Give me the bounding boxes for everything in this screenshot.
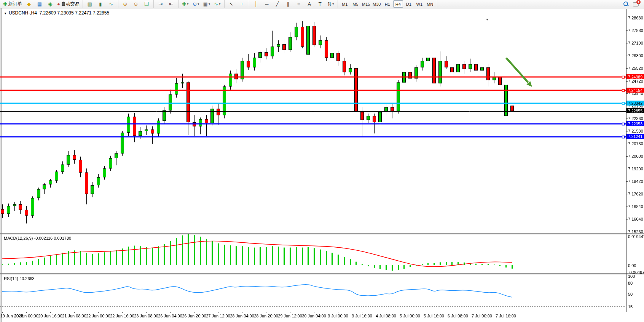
horizontal-line-button[interactable]: ─: [262, 0, 272, 8]
toolbar-group: ✚新订单◆▦◉●自动交易: [0, 0, 83, 8]
timeframe-d1[interactable]: D1: [404, 0, 414, 8]
timeframe-m5[interactable]: M5: [351, 0, 360, 8]
channel-button[interactable]: ∥: [283, 0, 293, 8]
chevron-down-icon[interactable]: ▾: [198, 2, 199, 6]
trendline-button[interactable]: ╱: [273, 0, 282, 8]
tile-windows-button[interactable]: ❒: [142, 0, 151, 8]
price-axis-label: 7.27880: [628, 28, 643, 33]
chart-shift-icon: ⇤: [169, 1, 173, 8]
time-axis-label: 22 Jun 16:00: [109, 314, 135, 318]
price-tag-7-23342: 7.23342: [626, 101, 644, 106]
toolbar-group: │─╱∥≡AT⇅▾: [249, 0, 338, 8]
community-icon: ▦: [37, 1, 42, 8]
new-order-button[interactable]: ✚新订单: [2, 0, 23, 8]
price-axis-label: 7.28680: [628, 16, 643, 20]
toolbar-group: ✚▾⊙▾▣▾∿▾: [179, 0, 225, 8]
price-axis-label: 7.19200: [628, 167, 643, 171]
price-axis-tick: [626, 144, 628, 144]
fibonacci-button[interactable]: ≡: [294, 0, 304, 8]
pane-separator[interactable]: [0, 233, 644, 234]
pane-separator[interactable]: [0, 274, 644, 274]
price-axis-label: 7.26300: [628, 53, 643, 58]
time-axis-tick: [146, 312, 147, 313]
chevron-down-icon[interactable]: ▾: [209, 2, 210, 6]
chevron-down-icon[interactable]: ▾: [219, 2, 220, 6]
time-axis-tick: [218, 312, 218, 313]
label-button[interactable]: T: [315, 0, 325, 8]
time-axis-tick: [98, 312, 99, 313]
macd-values: -0.002116 0.001780: [34, 236, 71, 240]
pane-separator[interactable]: [0, 234, 644, 234]
arrows-button[interactable]: ⇅▾: [326, 0, 336, 8]
time-axis-tick: [458, 312, 458, 313]
price-tag-7-22855: 7.22855: [626, 108, 644, 113]
time-axis-tick: [362, 312, 362, 313]
price-axis-tick: [626, 131, 628, 131]
time-axis-label: 7 Jul 16:00: [493, 314, 519, 318]
price-axis-tick: [626, 93, 628, 94]
zoom-out-button[interactable]: ⊖: [131, 0, 141, 8]
crosshair-button[interactable]: +: [237, 0, 247, 8]
timeframe-group: M1M5M15M30H1H4D1W1MN: [338, 0, 437, 8]
chart-candles-button[interactable]: ▮: [96, 0, 105, 8]
time-axis-tick: [242, 312, 242, 313]
price-axis-tick: [626, 43, 628, 43]
price-axis-label: 7.24720: [628, 79, 643, 83]
time-axis-tick: [2, 312, 3, 313]
price-axis-label: 7.18420: [628, 179, 643, 184]
chevron-down-icon[interactable]: ▾: [332, 2, 334, 6]
time-axis-label: 3 Jul 16:00: [349, 314, 375, 318]
chart-shift-marker-icon[interactable]: ▼: [486, 18, 489, 21]
templates-button[interactable]: ▣▾: [202, 0, 212, 8]
chart-template-button[interactable]: ∿▾: [212, 0, 222, 8]
time-axis-tick: [338, 312, 338, 313]
time-axis-tick: [122, 312, 123, 313]
crosshair-icon: +: [241, 1, 244, 8]
notifications-icon[interactable]: 1: [633, 2, 639, 6]
text-button[interactable]: A: [304, 0, 314, 8]
chevron-down-icon[interactable]: ▾: [187, 2, 188, 6]
timeframe-h1[interactable]: H1: [383, 0, 392, 8]
time-axis-tick: [386, 312, 386, 313]
macd-chart-canvas[interactable]: [0, 234, 626, 273]
periods-button[interactable]: ⊙▾: [191, 0, 201, 8]
trading-terminal: ✚新订单◆▦◉●自动交易▥▮∿⊕⊖❒⇥⇤✚▾⊙▾▣▾∿▾↖+│─╱∥≡AT⇅▾M…: [0, 0, 644, 322]
price-axis-label: 7.16840: [628, 204, 643, 209]
price-axis-tick: [626, 81, 628, 82]
time-axis-tick: [410, 312, 410, 313]
timeframe-m1[interactable]: M1: [340, 0, 350, 8]
chart-candles-icon: ▮: [99, 1, 102, 8]
timeframe-h4[interactable]: H4: [393, 0, 403, 8]
time-axis-tick: [50, 312, 51, 313]
indicators-button[interactable]: ✚▾: [180, 0, 190, 8]
pane-separator[interactable]: [0, 273, 644, 274]
price-axis-tick: [626, 232, 628, 232]
price-chart-canvas[interactable]: [0, 9, 626, 233]
rsi-chart-canvas[interactable]: [0, 274, 626, 311]
vertical-line-button[interactable]: │: [251, 0, 261, 8]
time-axis-label: 26 Jun 04:00: [157, 314, 183, 318]
signals-button[interactable]: ◉: [45, 0, 55, 8]
price-axis-line: [626, 9, 626, 312]
timeframe-m15[interactable]: M15: [361, 0, 371, 8]
profile-button[interactable]: ◆: [24, 0, 34, 8]
search-icon[interactable]: [623, 1, 629, 7]
zoom-in-button[interactable]: ⊕: [120, 0, 130, 8]
auto-scroll-icon: ⇥: [158, 1, 163, 8]
chart-line-button[interactable]: ∿: [106, 0, 116, 8]
timeframe-m30[interactable]: M30: [372, 0, 382, 8]
chart-bars-button[interactable]: ▥: [85, 0, 95, 8]
autotrading-button[interactable]: ●自动交易: [56, 0, 81, 8]
tile-windows-icon: ❒: [144, 1, 149, 8]
auto-scroll-button[interactable]: ⇥: [156, 0, 166, 8]
profile-icon: ◆: [27, 1, 31, 8]
chart-shift-button[interactable]: ⇤: [166, 0, 176, 8]
timeframe-w1[interactable]: W1: [414, 0, 424, 8]
indicators-icon: ✚: [182, 1, 186, 8]
timeframe-mn[interactable]: MN: [425, 0, 435, 8]
cursor-button[interactable]: ↖: [226, 0, 236, 8]
community-button[interactable]: ▦: [35, 0, 45, 8]
price-axis-label: 7.20780: [628, 141, 643, 146]
zoom-in-icon: ⊕: [123, 1, 127, 8]
price-axis-tick: [626, 30, 628, 31]
